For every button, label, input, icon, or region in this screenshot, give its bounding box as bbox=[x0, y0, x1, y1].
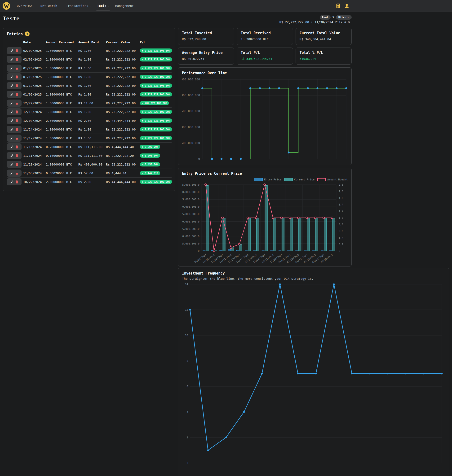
table-row: 11/11/20240.10000000 BTCR$ 111,111.00R$ … bbox=[7, 151, 172, 160]
edit-row-button[interactable] bbox=[10, 137, 13, 140]
edit-row-button[interactable] bbox=[10, 110, 13, 113]
row-actions-cell bbox=[7, 46, 23, 55]
edit-row-button[interactable] bbox=[10, 128, 13, 131]
edit-row-button[interactable] bbox=[10, 163, 13, 166]
pl-badge: ↑ 2,222,222,100.00% bbox=[140, 48, 172, 53]
delete-row-button[interactable] bbox=[15, 84, 19, 87]
stat-card-total-received: Total Received15.30020000 BTC bbox=[237, 28, 293, 45]
svg-text:0: 0 bbox=[198, 249, 199, 253]
entry-date: 12/22/2024 bbox=[23, 99, 46, 108]
table-row: 10/22/20242.00000000 BTCR$ 2.00R$ 44,444… bbox=[7, 178, 172, 186]
nav-item-transactions[interactable]: Transactions▾ bbox=[63, 0, 94, 12]
edit-row-button[interactable] bbox=[10, 75, 13, 78]
delete-row-button[interactable] bbox=[15, 145, 19, 149]
entry-pl-cell: ↑ 2,222,222,100.00% bbox=[140, 73, 172, 81]
delete-row-button[interactable] bbox=[15, 75, 19, 78]
svg-text:1,6: 1,6 bbox=[339, 196, 343, 200]
table-row: 01/05/20251.00000000 BTCR$ 1.00R$ 22,222… bbox=[7, 90, 172, 99]
table-row: 01/26/20251.00000000 BTCR$ 1.00R$ 22,222… bbox=[7, 64, 172, 73]
stat-card-total-p-l: Total P/LR$ 339,382,143.04 bbox=[237, 47, 293, 65]
entries-panel: Entries + DateAmount ReceivedAmount Paid… bbox=[3, 28, 175, 191]
stat-value: R$ 340,004,441.04 bbox=[299, 37, 348, 41]
edit-row-button[interactable] bbox=[10, 180, 13, 183]
edit-row-button[interactable] bbox=[10, 145, 13, 149]
legend-item-entry-price[interactable]: Entry Price bbox=[254, 178, 281, 181]
entry-pl-cell: ↑ 5,455.56% bbox=[140, 160, 172, 169]
entry-date: 01/05/2025 bbox=[23, 90, 46, 99]
column-header: Amount Paid bbox=[78, 39, 106, 46]
entry-amount-received: 1.00000000 BTC bbox=[46, 81, 78, 90]
svg-text:35.000.000,0: 35.000.000,0 bbox=[182, 198, 199, 201]
delete-row-button[interactable] bbox=[15, 101, 19, 105]
edit-row-button[interactable] bbox=[10, 101, 13, 105]
edit-row-button[interactable] bbox=[10, 93, 13, 96]
legend-item-amount-bought[interactable]: Amount Bought bbox=[317, 178, 348, 181]
entry-date: 11/17/2024 bbox=[23, 134, 46, 143]
pl-badge: ↑ 2,222,222,100.00% bbox=[140, 75, 172, 79]
delete-row-button[interactable] bbox=[15, 154, 19, 157]
svg-text:2: 2 bbox=[186, 436, 188, 439]
add-entry-button[interactable]: + bbox=[25, 32, 30, 36]
edit-row-button[interactable] bbox=[10, 66, 13, 70]
row-actions bbox=[7, 47, 21, 54]
entry-date: 02/02/2025 bbox=[23, 55, 46, 64]
entry-date: 11/13/2024 bbox=[23, 143, 46, 151]
legend-item-current-price[interactable]: Current Price bbox=[284, 178, 314, 181]
entry-current-value: R$ 44,444,444.00 bbox=[106, 116, 140, 125]
nav-item-net-worth[interactable]: Net Worth▾ bbox=[37, 0, 63, 12]
entry-amount-paid: R$ 1.00 bbox=[78, 125, 106, 134]
delete-row-button[interactable] bbox=[15, 93, 19, 96]
entry-amount-paid: R$ 1.00 bbox=[78, 108, 106, 116]
svg-text:10: 10 bbox=[185, 334, 188, 337]
app-logo-icon[interactable] bbox=[2, 2, 10, 10]
column-header-actions bbox=[7, 39, 23, 46]
legend-label: Amount Bought bbox=[327, 178, 348, 181]
delete-row-button[interactable] bbox=[15, 58, 19, 61]
edit-row-button[interactable] bbox=[10, 84, 13, 87]
edit-row-button[interactable] bbox=[10, 49, 13, 52]
pl-badge: ↑ 2,222,222,100.00% bbox=[140, 57, 172, 61]
delete-row-button[interactable] bbox=[15, 49, 19, 52]
nav-item-tools[interactable]: Tools▾ bbox=[94, 0, 112, 12]
row-actions-cell bbox=[7, 99, 23, 108]
row-actions-cell bbox=[7, 143, 23, 151]
edit-row-button[interactable] bbox=[10, 58, 13, 61]
delete-row-button[interactable] bbox=[15, 110, 19, 113]
delete-row-button[interactable] bbox=[15, 137, 19, 140]
table-row: 02/09/20251.00000000 BTCR$ 1.00R$ 22,222… bbox=[7, 46, 172, 55]
entry-date: 01/26/2025 bbox=[23, 64, 46, 73]
entry-amount-paid: R$ 52.00 bbox=[78, 169, 106, 178]
delete-row-button[interactable] bbox=[15, 66, 19, 70]
legend-swatch bbox=[254, 178, 263, 181]
delete-row-button[interactable] bbox=[15, 128, 19, 131]
svg-text:2.500.000.000: 2.500.000.000 bbox=[182, 78, 200, 81]
stat-value: R$ 40,672.54 bbox=[182, 57, 230, 60]
delete-row-button[interactable] bbox=[15, 163, 19, 166]
entry-date: 01/19/2025 bbox=[23, 73, 46, 81]
table-row: 11/03/20240.00020000 BTCR$ 52.00R$ 4,444… bbox=[7, 169, 172, 178]
nav-item-overview[interactable]: Overview▾ bbox=[14, 0, 37, 12]
user-icon[interactable] bbox=[344, 3, 349, 8]
svg-text:0,4: 0,4 bbox=[339, 236, 343, 239]
nav-item-management[interactable]: Management▾ bbox=[112, 0, 140, 12]
investment-frequency-panel: Investment Frequency The straighter the … bbox=[178, 268, 449, 476]
edit-row-button[interactable] bbox=[10, 119, 13, 122]
row-actions bbox=[7, 143, 21, 150]
calculator-icon[interactable] bbox=[336, 3, 341, 8]
entry-date: 01/12/2025 bbox=[23, 81, 46, 90]
row-actions bbox=[7, 161, 21, 168]
entry-pl-cell: ↑ 2,222,222,100.00% bbox=[140, 81, 172, 90]
svg-text:12: 12 bbox=[185, 308, 188, 311]
entry-pl-cell: ↑ 2,222,222,100.00% bbox=[140, 64, 172, 73]
delete-row-button[interactable] bbox=[15, 180, 19, 183]
edit-row-button[interactable] bbox=[10, 154, 13, 157]
row-actions-cell bbox=[7, 134, 23, 143]
table-row: 02/02/20251.00000000 BTCR$ 1.00R$ 22,222… bbox=[7, 55, 172, 64]
svg-text:20.000.000,0: 20.000.000,0 bbox=[182, 220, 199, 223]
entry-amount-received: 0.20000000 BTC bbox=[46, 143, 78, 151]
nav-item-label: Management bbox=[115, 4, 134, 7]
delete-row-button[interactable] bbox=[15, 119, 19, 122]
edit-row-button[interactable] bbox=[10, 171, 13, 175]
delete-row-button[interactable] bbox=[15, 171, 19, 175]
entry-current-value: R$ 22,222,222.00 bbox=[106, 46, 140, 55]
